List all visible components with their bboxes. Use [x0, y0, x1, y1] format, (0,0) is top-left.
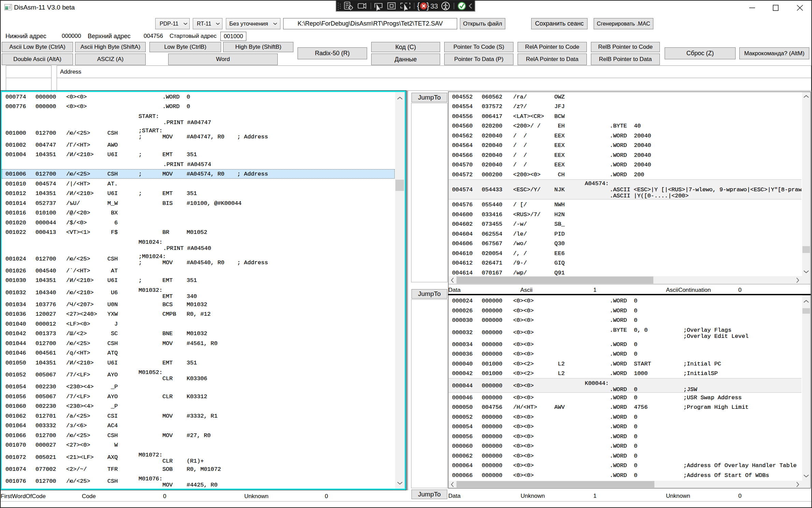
svg-text:}: } [426, 1, 429, 11]
svg-text:33: 33 [431, 2, 438, 10]
svg-text:{: { [417, 1, 420, 11]
